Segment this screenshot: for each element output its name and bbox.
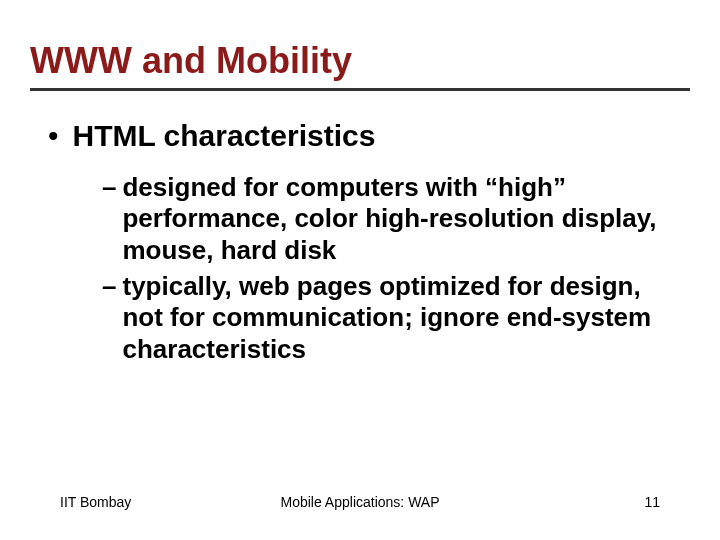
footer-center: Mobile Applications: WAP (281, 494, 440, 510)
sub-bullet: – designed for computers with “high” per… (102, 172, 690, 267)
slide-container: WWW and Mobility • HTML characteristics … (0, 0, 720, 540)
dash-icon: – (102, 271, 116, 302)
bullet-dot-icon: • (48, 119, 59, 152)
main-bullet: • HTML characteristics (48, 119, 690, 154)
slide-footer: IIT Bombay Mobile Applications: WAP 11 (0, 494, 720, 510)
sub-bullet-text: typically, web pages optimized for desig… (122, 271, 662, 366)
sub-bullet-text: designed for computers with “high” perfo… (122, 172, 662, 267)
page-number: 11 (644, 494, 660, 510)
sub-bullet: – typically, web pages optimized for des… (102, 271, 690, 366)
main-bullet-text: HTML characteristics (73, 119, 376, 154)
slide-title: WWW and Mobility (30, 40, 690, 91)
footer-left: IIT Bombay (60, 494, 131, 510)
dash-icon: – (102, 172, 116, 203)
